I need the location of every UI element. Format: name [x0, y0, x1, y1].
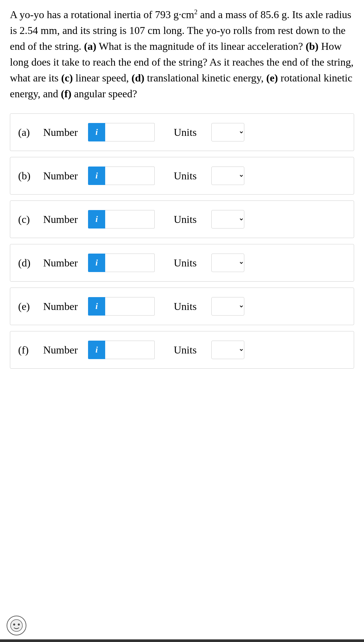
units-select-b[interactable] — [211, 167, 244, 185]
input-group-e: i — [88, 297, 161, 316]
units-select-a[interactable] — [211, 123, 244, 141]
number-input-f[interactable] — [105, 341, 155, 359]
number-label-e: Number — [43, 299, 83, 314]
units-label-c: Units — [174, 212, 203, 227]
number-input-b[interactable] — [105, 167, 155, 185]
info-button-a[interactable]: i — [88, 123, 105, 141]
part-label-f: (f) — [18, 342, 38, 357]
info-button-f[interactable]: i — [88, 341, 105, 359]
units-label-f: Units — [174, 342, 203, 357]
answer-row-d: (d) Number i Units — [10, 244, 354, 282]
part-label-b: (b) — [18, 168, 38, 183]
number-input-e[interactable] — [105, 297, 155, 316]
part-label-c: (c) — [18, 212, 38, 227]
svg-point-0 — [11, 620, 22, 631]
answer-row-f: (f) Number i Units — [10, 331, 354, 369]
units-select-c[interactable] — [211, 210, 244, 229]
info-button-d[interactable]: i — [88, 254, 105, 272]
number-input-c[interactable] — [105, 210, 155, 229]
part-label-e: (e) — [18, 299, 38, 314]
number-input-d[interactable] — [105, 254, 155, 272]
bottom-bar — [0, 639, 364, 642]
answer-row-b: (b) Number i Units — [10, 157, 354, 195]
answer-row-c: (c) Number i Units — [10, 200, 354, 238]
info-button-b[interactable]: i — [88, 167, 105, 185]
units-label-d: Units — [174, 255, 203, 270]
number-label-f: Number — [43, 342, 83, 357]
part-label-d: (d) — [18, 255, 38, 270]
units-label-b: Units — [174, 168, 203, 183]
number-label-b: Number — [43, 168, 83, 183]
number-label-c: Number — [43, 212, 83, 227]
input-group-b: i — [88, 167, 161, 185]
input-group-c: i — [88, 210, 161, 229]
units-label-a: Units — [174, 125, 203, 140]
answer-row-a: (a) Number i Units — [10, 113, 354, 151]
number-input-a[interactable] — [105, 123, 155, 141]
svg-point-3 — [14, 624, 15, 625]
units-select-f[interactable] — [211, 341, 244, 359]
input-group-d: i — [88, 254, 161, 272]
info-button-e[interactable]: i — [88, 297, 105, 316]
answer-row-e: (e) Number i Units — [10, 288, 354, 325]
units-select-d[interactable] — [211, 254, 244, 272]
part-label-a: (a) — [18, 125, 38, 140]
units-label-e: Units — [174, 299, 203, 314]
input-group-a: i — [88, 123, 161, 141]
problem-text: A yo-yo has a rotational inertia of 793 … — [10, 7, 354, 102]
avatar[interactable] — [7, 616, 26, 635]
number-label-d: Number — [43, 255, 83, 270]
input-group-f: i — [88, 341, 161, 359]
units-select-e[interactable] — [211, 297, 244, 316]
info-button-c[interactable]: i — [88, 210, 105, 229]
number-label-a: Number — [43, 125, 83, 140]
svg-point-4 — [18, 624, 19, 625]
